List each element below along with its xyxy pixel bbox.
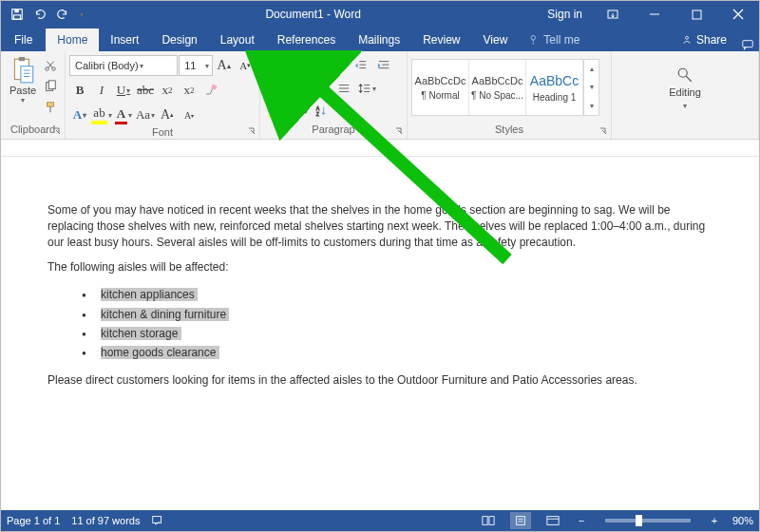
svg-rect-57 (268, 115, 278, 117)
subscript-button[interactable]: x2 (157, 80, 178, 101)
zoom-level[interactable]: 90% (732, 515, 753, 526)
zoom-slider[interactable] (605, 519, 691, 522)
zoom-in-icon[interactable]: + (708, 515, 721, 526)
svg-rect-1 (14, 10, 18, 13)
tab-insert[interactable]: Insert (99, 28, 150, 51)
tab-review[interactable]: Review (411, 28, 471, 51)
group-clipboard: Paste ▾ Clipboard (1, 51, 66, 139)
svg-rect-19 (48, 103, 54, 106)
line-spacing-icon[interactable]: ▾ (355, 78, 378, 99)
read-mode-icon[interactable] (478, 512, 499, 529)
tab-references[interactable]: References (266, 28, 347, 51)
sign-in-link[interactable]: Sign in (538, 8, 592, 21)
maximize-icon[interactable] (675, 1, 717, 28)
align-left-icon[interactable] (264, 78, 287, 99)
clipboard-launcher-icon[interactable] (51, 126, 63, 138)
grow-font2-icon[interactable]: A▴ (157, 104, 178, 125)
svg-rect-5 (693, 10, 701, 19)
paragraph-text: Please direct customers looking for item… (48, 372, 712, 389)
paragraph-launcher-icon[interactable] (393, 126, 405, 138)
style-normal[interactable]: AaBbCcDc¶ Normal (412, 60, 469, 115)
underline-button[interactable]: U▾ (113, 80, 134, 101)
style-heading1[interactable]: AaBbCcHeading 1 (526, 60, 583, 115)
format-painter-icon[interactable] (41, 98, 60, 117)
tab-mailings[interactable]: Mailings (347, 28, 411, 51)
align-right-icon[interactable] (310, 78, 332, 99)
superscript-button[interactable]: x2 (179, 80, 200, 101)
bullets-button[interactable]: ▾ (264, 55, 293, 76)
sort-icon[interactable]: AZ (310, 101, 332, 122)
scroll-up-icon[interactable]: ▴ (584, 60, 598, 78)
clear-formatting-icon[interactable] (200, 80, 221, 101)
zoom-out-icon[interactable]: − (575, 515, 588, 526)
multilevel-list-button[interactable]: ▾ (321, 55, 350, 76)
tell-me-search[interactable]: Tell me (519, 28, 589, 51)
shrink-font2-icon[interactable]: A▾ (179, 104, 200, 125)
quick-access-toolbar: ▾ (1, 4, 88, 25)
close-icon[interactable] (717, 1, 759, 28)
svg-rect-68 (489, 517, 494, 525)
font-launcher-icon[interactable] (246, 126, 257, 138)
redo-icon[interactable] (52, 4, 73, 25)
document-area[interactable]: Some of you may have noticed in recent w… (1, 157, 759, 504)
scroll-down-icon[interactable]: ▾ (584, 78, 598, 96)
font-name-combo[interactable]: Calibri (Body)▾ (69, 55, 178, 76)
strikethrough-button[interactable]: abc (135, 80, 156, 101)
svg-text:A: A (316, 105, 320, 111)
text-effects-icon[interactable]: A▾ (69, 104, 90, 125)
shrink-font-icon[interactable]: A▾ (235, 55, 256, 76)
borders-icon[interactable]: ▾ (287, 101, 310, 122)
expand-icon[interactable]: ▾ (584, 97, 598, 115)
print-layout-icon[interactable] (510, 512, 531, 529)
page-indicator[interactable]: Page 1 of 1 (7, 515, 60, 526)
paragraph-text: The following aisles will be affected: (48, 259, 712, 276)
ribbon-display-icon[interactable] (592, 1, 634, 28)
svg-text:Z: Z (316, 111, 320, 117)
increase-indent-icon[interactable] (372, 55, 395, 76)
cut-icon[interactable] (41, 56, 60, 75)
grow-font-icon[interactable]: A▴ (214, 55, 235, 76)
justify-icon[interactable] (332, 78, 355, 99)
paragraph-label: Paragrap (312, 124, 354, 135)
tab-layout[interactable]: Layout (209, 28, 266, 51)
ruler[interactable] (1, 140, 759, 157)
word-count[interactable]: 11 of 97 words (71, 515, 140, 526)
group-editing: Editing ▾ (612, 51, 759, 139)
font-color-icon[interactable]: A▾ (113, 104, 134, 125)
qat-dropdown-icon[interactable]: ▾ (75, 4, 88, 25)
web-layout-icon[interactable] (542, 512, 563, 529)
svg-rect-18 (48, 81, 55, 89)
tab-view[interactable]: View (472, 28, 520, 51)
save-icon[interactable] (7, 4, 28, 25)
decrease-indent-icon[interactable] (350, 55, 372, 76)
tab-file[interactable]: File (1, 28, 46, 51)
align-center-icon[interactable] (287, 78, 310, 99)
svg-point-9 (533, 43, 534, 44)
copy-icon[interactable] (41, 77, 60, 96)
editing-dropdown[interactable]: Editing ▾ (669, 66, 701, 111)
style-no-spacing[interactable]: AaBbCcDc¶ No Spac... (469, 60, 526, 115)
minimize-icon[interactable] (634, 1, 675, 28)
paste-button[interactable]: Paste ▾ (5, 54, 41, 104)
list-item: home goods clearance (82, 343, 712, 362)
spellcheck-icon[interactable] (151, 513, 164, 528)
tab-home[interactable]: Home (46, 28, 99, 51)
share-button[interactable]: Share (672, 28, 736, 51)
highlight-icon[interactable]: ab▾ (91, 104, 112, 125)
group-paragraph: ▾ 123▾ ▾ ▾ ▾ ▾ AZ ¶ Paragrap (260, 51, 408, 139)
svg-point-23 (271, 67, 273, 69)
ribbon-tabs: File Home Insert Design Layout Reference… (1, 28, 759, 51)
shading-icon[interactable]: ▾ (264, 101, 287, 122)
italic-button[interactable]: I (91, 80, 112, 101)
show-hide-icon[interactable]: ¶ (332, 101, 355, 122)
bold-button[interactable]: B (69, 80, 90, 101)
tab-design[interactable]: Design (150, 28, 208, 51)
styles-launcher-icon[interactable] (598, 126, 609, 138)
undo-icon[interactable] (29, 4, 50, 25)
numbering-button[interactable]: 123▾ (293, 55, 321, 76)
font-size-combo[interactable]: 11▾ (179, 55, 213, 76)
style-gallery[interactable]: AaBbCcDc¶ Normal AaBbCcDc¶ No Spac... Aa… (411, 59, 599, 116)
style-gallery-more[interactable]: ▴▾▾ (583, 60, 598, 115)
change-case-icon[interactable]: Aa▾ (135, 104, 156, 125)
comments-icon[interactable] (736, 38, 759, 51)
